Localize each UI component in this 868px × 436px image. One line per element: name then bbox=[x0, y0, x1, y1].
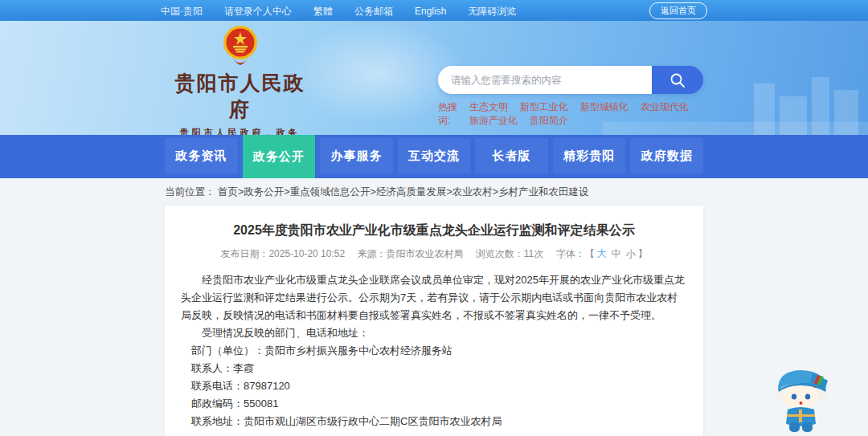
article-title: 2025年度贵阳市农业产业化市级重点龙头企业运行监测和评定结果公示 bbox=[181, 206, 687, 239]
hot-word-link-0[interactable]: 生态文明 bbox=[469, 101, 508, 112]
site-title: 贵阳市人民政府 bbox=[166, 70, 314, 123]
article-paragraph: 受理情况反映的部门、电话和地址： bbox=[181, 324, 687, 342]
main-nav-items: 政务资讯政务公开办事服务互动交流长者版精彩贵阳政府数据 bbox=[162, 135, 706, 178]
search-input[interactable] bbox=[438, 66, 652, 94]
views-label: 浏览次数： bbox=[476, 248, 524, 259]
font-size-label: 字体：【 bbox=[556, 248, 595, 259]
font-size-bracket: 】 bbox=[638, 248, 648, 259]
breadcrumb: 当前位置： 首页>政务公开>重点领域信息公开>经济高质量发展>农业农村>乡村产业… bbox=[165, 178, 703, 206]
font-size-medium-button[interactable]: 中 bbox=[612, 248, 621, 259]
search-box bbox=[438, 66, 703, 94]
topbar-item-2[interactable]: 繁體 bbox=[313, 6, 333, 17]
contact-line-3: 邮政编码：550081 bbox=[181, 395, 687, 413]
publish-date-label: 发布日期： bbox=[220, 248, 268, 259]
topbar: 中国·贵阳请登录个人中心繁體公务邮箱English无障碍浏览 返回首页 bbox=[0, 0, 868, 21]
topbar-item-0[interactable]: 中国·贵阳 bbox=[161, 6, 203, 17]
return-home-button[interactable]: 返回首页 bbox=[649, 2, 707, 19]
contact-line-0: 部门（单位）：贵阳市乡村振兴服务中心农村经济服务站 bbox=[181, 342, 687, 360]
mascot-assistant-icon[interactable] bbox=[768, 363, 836, 434]
hot-word-link-5[interactable]: 贵阳简介 bbox=[530, 115, 568, 126]
views: 11次 bbox=[524, 248, 543, 259]
nav-item-3[interactable]: 互动交流 bbox=[398, 138, 471, 173]
hot-search-words: 热搜词: 生态文明新型工业化新型城镇化农业现代化旅游产业化贵阳简介 bbox=[438, 100, 703, 128]
contact-info: 部门（单位）：贵阳市乡村振兴服务中心农村经济服务站联系人：李霞联系电话：8798… bbox=[181, 342, 687, 430]
hot-word-link-1[interactable]: 新型工业化 bbox=[520, 101, 568, 112]
topbar-item-4[interactable]: English bbox=[415, 6, 446, 17]
hot-words-list: 生态文明新型工业化新型城镇化农业现代化旅游产业化贵阳简介 bbox=[469, 100, 703, 128]
breadcrumb-path[interactable]: 首页>政务公开>重点领域信息公开>经济高质量发展>农业农村>乡村产业和农田建设 bbox=[218, 186, 589, 198]
contact-line-2: 联系电话：87987120 bbox=[181, 377, 687, 395]
hot-word-link-2[interactable]: 新型城镇化 bbox=[580, 101, 628, 112]
nav-item-0[interactable]: 政务资讯 bbox=[165, 138, 238, 173]
font-size-large-button[interactable]: 大 bbox=[597, 248, 607, 259]
search-area: 热搜词: 生态文明新型工业化新型城镇化农业现代化旅游产业化贵阳简介 bbox=[438, 66, 703, 128]
topbar-item-5[interactable]: 无障碍浏览 bbox=[468, 6, 516, 17]
nav-item-6[interactable]: 政府数据 bbox=[630, 138, 703, 173]
article-card: 2025年度贵阳市农业产业化市级重点龙头企业运行监测和评定结果公示 发布日期：2… bbox=[165, 206, 703, 436]
topbar-menu: 中国·贵阳请登录个人中心繁體公务邮箱English无障碍浏览 bbox=[161, 3, 538, 18]
site-brand[interactable]: 贵阳市人民政府 贵阳市人民政府．政务 www.guiyang.gov.cn bbox=[166, 25, 314, 135]
nav-item-2[interactable]: 办事服务 bbox=[320, 138, 393, 173]
source-label: 来源： bbox=[357, 248, 386, 259]
topbar-item-3[interactable]: 公务邮箱 bbox=[354, 6, 393, 17]
content-area: 当前位置： 首页>政务公开>重点领域信息公开>经济高质量发展>农业农村>乡村产业… bbox=[0, 178, 868, 436]
search-icon bbox=[669, 72, 686, 88]
font-size-small-button[interactable]: 小 bbox=[626, 248, 636, 259]
contact-line-1: 联系人：李霞 bbox=[181, 360, 687, 377]
site-banner: 贵阳市人民政府 贵阳市人民政府．政务 www.guiyang.gov.cn 热搜… bbox=[0, 21, 868, 135]
topbar-inner: 中国·贵阳请登录个人中心繁體公务邮箱English无障碍浏览 返回首页 bbox=[161, 0, 707, 21]
breadcrumb-label: 当前位置： bbox=[165, 186, 215, 198]
search-button[interactable] bbox=[652, 66, 703, 94]
hot-word-link-3[interactable]: 农业现代化 bbox=[641, 101, 689, 112]
topbar-item-1[interactable]: 请登录个人中心 bbox=[224, 6, 292, 17]
article-body: 经贵阳市农业产业化市级重点龙头企业联席会议成员单位审定，现对2025年开展的农业… bbox=[181, 271, 687, 430]
national-emblem-icon bbox=[166, 25, 314, 68]
nav-item-4[interactable]: 长者版 bbox=[475, 138, 548, 173]
publish-date: 2025-10-20 10:52 bbox=[268, 248, 345, 259]
site-subtitle: 贵阳市人民政府．政务 bbox=[166, 127, 314, 135]
hot-words-label: 热搜词: bbox=[438, 100, 460, 128]
article-paragraph: 经贵阳市农业产业化市级重点龙头企业联席会议成员单位审定，现对2025年开展的农业… bbox=[181, 271, 687, 324]
source: 贵阳市农业农村局 bbox=[386, 248, 463, 259]
hot-word-link-4[interactable]: 旅游产业化 bbox=[469, 115, 518, 126]
nav-item-1[interactable]: 政务公开 bbox=[243, 135, 316, 178]
article-meta: 发布日期：2025-10-20 10:52 来源：贵阳市农业农村局 浏览次数：1… bbox=[181, 247, 687, 261]
contact-line-4: 联系地址：贵阳市观山湖区市级行政中心二期C区贵阳市农业农村局 bbox=[181, 413, 687, 430]
nav-item-5[interactable]: 精彩贵阳 bbox=[553, 138, 626, 173]
main-nav: 政务资讯政务公开办事服务互动交流长者版精彩贵阳政府数据 bbox=[0, 135, 868, 178]
